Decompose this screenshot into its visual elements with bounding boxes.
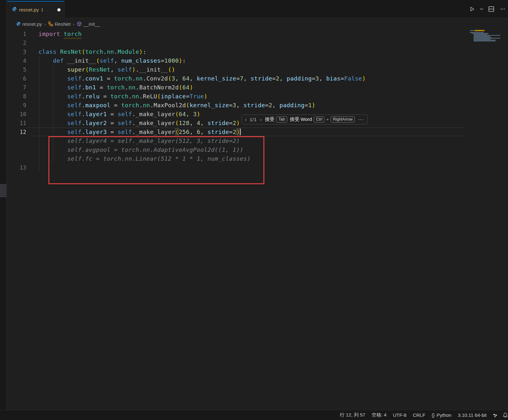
class-icon: [48, 21, 53, 26]
line-number[interactable]: 5: [7, 65, 39, 74]
line-number[interactable]: 7: [7, 83, 39, 92]
code-line[interactable]: 7self.bn1 = torch.nn.BatchNorm2d(64): [7, 83, 508, 92]
indent-guide: [53, 65, 53, 163]
python-icon: [12, 7, 17, 13]
more-actions-button[interactable]: [498, 5, 507, 13]
breadcrumb-separator: ›: [73, 21, 75, 27]
language-mode-status[interactable]: {} Python: [428, 412, 454, 418]
breadcrumb-separator: ›: [44, 21, 46, 27]
breadcrumb-item---init--[interactable]: __init__: [77, 21, 100, 27]
split-editor-button[interactable]: [487, 5, 495, 13]
tab-resnet-py[interactable]: resnet.py 1: [7, 1, 65, 18]
layout-icon[interactable]: [490, 413, 500, 418]
line-number: [7, 154, 39, 163]
code-line[interactable]: 3class ResNet(torch.nn.Module):: [7, 47, 508, 56]
tab-label: resnet.py: [19, 7, 39, 12]
indent-guide: [39, 56, 39, 172]
ghost-line: self.avgpool = torch.nn.AdaptiveAvgPool2…: [7, 145, 508, 154]
code-editor[interactable]: 1import torch23class ResNet(torch.nn.Mod…: [7, 30, 508, 410]
line-number[interactable]: 2: [7, 38, 39, 47]
line-number[interactable]: 3: [7, 47, 39, 56]
line-number[interactable]: 6: [7, 74, 39, 83]
run-button[interactable]: [468, 5, 476, 13]
code-line[interactable]: 13: [7, 163, 508, 172]
next-suggestion-button[interactable]: ›: [259, 117, 262, 122]
eol-status[interactable]: CRLF: [410, 412, 428, 418]
previous-suggestion-button[interactable]: ‹: [244, 117, 247, 122]
bell-icon[interactable]: [500, 412, 508, 418]
tab-problem-count: 1: [41, 7, 43, 12]
sidebar-drag-handle[interactable]: [0, 184, 7, 197]
code-line[interactable]: 5super(ResNet, self).__init__(): [7, 65, 508, 74]
tab-keycap: Tab: [276, 116, 287, 122]
suggestion-more-button[interactable]: ···: [357, 117, 365, 122]
line-number[interactable]: 9: [7, 101, 39, 110]
line-number: [7, 145, 39, 154]
editor-actions: [468, 5, 507, 13]
code-line[interactable]: 12self.layer3 = self._make_layer(256, 6,…: [7, 128, 508, 136]
code-line[interactable]: 4def __init__(self, num_classes=1000):: [7, 56, 508, 65]
activity-rail: [0, 0, 7, 410]
text-cursor: [240, 129, 241, 135]
ghost-line: self.fc = torch.nn.Linear(512 * 1 * 1, n…: [7, 154, 508, 163]
indentation-status[interactable]: 空格: 4: [368, 412, 390, 418]
rightarrow-keycap: RightArrow: [331, 116, 355, 122]
code-lines: 1import torch23class ResNet(torch.nn.Mod…: [7, 30, 508, 172]
ghost-line: self.layer4 = self._make_layer(512, 3, s…: [7, 136, 508, 145]
python-icon: [16, 22, 21, 26]
line-number[interactable]: 12: [7, 128, 39, 136]
code-line[interactable]: 1import torch: [7, 30, 508, 38]
accept-word-button[interactable]: 接受 Word Ctrl + RightArrow: [290, 116, 355, 122]
ctrl-keycap: Ctrl: [314, 116, 324, 122]
accept-suggestion-button[interactable]: 接受 Tab: [265, 116, 287, 122]
run-dropdown-icon[interactable]: [479, 5, 484, 13]
line-number: [7, 136, 39, 145]
method-icon: [77, 21, 82, 26]
line-number[interactable]: 10: [7, 110, 39, 119]
braces-icon: {}: [432, 413, 434, 418]
suggestion-count: 1/1: [250, 117, 257, 122]
code-line[interactable]: 6self.conv1 = torch.nn.Conv2d(3, 64, ker…: [7, 74, 508, 83]
minimap[interactable]: [467, 30, 497, 49]
inline-suggestion-toolbar: ‹ 1/1 › 接受 Tab 接受 Word Ctrl + RightArrow…: [241, 115, 368, 124]
encoding-status[interactable]: UTF-8: [390, 412, 410, 418]
code-line[interactable]: 2: [7, 38, 508, 47]
line-number[interactable]: 8: [7, 92, 39, 101]
code-line[interactable]: 9self.maxpool = torch.nn.MaxPool2d(kerne…: [7, 101, 508, 110]
code-line[interactable]: 8self.relu = torch.nn.ReLU(inplace=True): [7, 92, 508, 101]
python-runtime-status[interactable]: 3.10.11 64-bit: [454, 412, 490, 418]
breadcrumb-item-resnet[interactable]: ResNet: [48, 21, 71, 27]
line-number[interactable]: 1: [7, 30, 39, 38]
breadcrumb: resnet.py›ResNet›__init__: [7, 18, 508, 30]
line-number[interactable]: 13: [7, 163, 39, 172]
breadcrumb-item-resnet-py[interactable]: resnet.py: [16, 21, 42, 27]
cursor-position-status[interactable]: 行 12, 列 57: [337, 412, 368, 418]
tab-bar: resnet.py 1: [7, 0, 508, 18]
vscode-window: resnet.py 1 resnet.py›ResNet›__init__ 1i…: [0, 0, 508, 420]
line-number[interactable]: 11: [7, 119, 39, 128]
status-bar: 行 12, 列 57 空格: 4 UTF-8 CRLF {} Python 3.…: [0, 410, 508, 420]
line-number[interactable]: 4: [7, 56, 39, 65]
dirty-indicator[interactable]: [57, 8, 61, 11]
